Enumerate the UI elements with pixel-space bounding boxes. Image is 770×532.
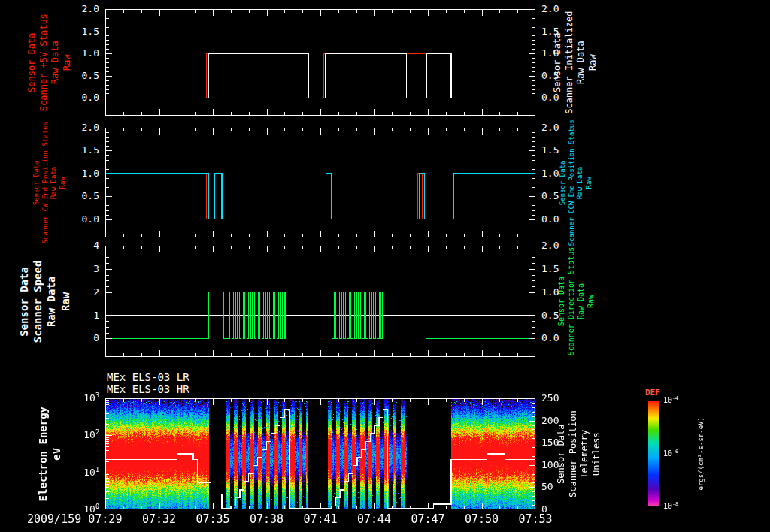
ytick-label: 0.0 (541, 92, 588, 103)
ytick-label: 50 (541, 481, 588, 492)
ytick-label: 2.0 (541, 122, 588, 133)
ytick-label: 150 (541, 437, 588, 448)
ytick-label: 2.0 (53, 3, 99, 14)
xtick-label: 07:53 (509, 512, 562, 526)
ytick-label: 250 (541, 392, 588, 404)
panel-els-spectrogram (105, 398, 535, 509)
ytick-label: 1.5 (53, 26, 99, 37)
tplot-window: Sensor Data Scanner +5V Status Raw Data … (0, 0, 770, 532)
xtick-label: 07:35 (186, 512, 239, 526)
xtick-label: 07:38 (241, 512, 293, 526)
ytick-label: 2.0 (541, 240, 588, 251)
ytick-label: 1.5 (541, 144, 588, 156)
ytick-label: 0.5 (541, 190, 588, 201)
xtick-label: 2009/159 07:29 (27, 512, 122, 526)
ytick-label: 0 (53, 332, 99, 343)
ytick-label: 0.5 (541, 70, 588, 81)
scanner-cw-end-position-raw (105, 174, 535, 219)
plot-overlay (105, 246, 535, 357)
ytick-label: 200 (541, 415, 588, 426)
ytick-label: 0.0 (53, 92, 99, 103)
ylabel-electron-energy-text: Electron Energy eV (36, 407, 63, 501)
ytick-label: 1.0 (541, 286, 588, 298)
ytick-label: 1.5 (541, 26, 588, 37)
plot-border (106, 128, 535, 237)
panel-scanner-end-position-status (105, 128, 535, 237)
scanner-initialized-raw (105, 53, 535, 98)
scanner-position-telemetry (105, 410, 535, 509)
ytick-label: 1.0 (53, 47, 99, 59)
panel-scanner-5v-status (105, 9, 535, 116)
ytick-label: 3 (53, 263, 99, 274)
ytick-label: 100 (541, 459, 588, 470)
colorbar-title: DEF (645, 388, 660, 397)
spectrogram-titles: MEx ELS-03 LR MEx ELS-03 HR (107, 371, 189, 395)
ytick-label: 0.0 (541, 332, 588, 343)
plot-overlay (105, 128, 535, 237)
xtick-label: 07:32 (133, 512, 186, 526)
colorbar-unit-label: ergs/(cm²-s-sr-eV) (689, 399, 714, 508)
plot-border (106, 399, 535, 509)
ytick-label: 2 (53, 286, 99, 298)
ylabel-scanner-cw-end-position-text: Sensor Data Scanner CW End Position Stat… (32, 122, 68, 244)
colorbar-tick-label: 10-4 (663, 395, 678, 404)
title-els-lr: MEx ELS-03 LR (107, 371, 189, 383)
scanner-5v-status-raw (105, 53, 535, 98)
ytick-label: 0.5 (53, 70, 99, 81)
colorbar-unit-label-text: ergs/(cm²-s-sr-eV) (697, 417, 706, 491)
ytick-label: 103 (53, 391, 99, 404)
ytick-label: 0.0 (53, 213, 99, 225)
title-els-hr: MEx ELS-03 HR (107, 383, 189, 395)
ytick-label: 1.0 (541, 47, 588, 59)
ytick-label: 0.5 (53, 190, 99, 201)
ylabel-electron-energy: Electron Energy eV (20, 398, 80, 509)
plot-border (106, 10, 535, 116)
ytick-label: 4 (53, 240, 99, 251)
ytick-label: 1 (53, 310, 99, 321)
ytick-label: 102 (53, 428, 99, 440)
ytick-label: 1.0 (541, 168, 588, 179)
panel-scanner-speed (105, 246, 535, 357)
ytick-label: 0.5 (541, 310, 588, 321)
xtick-label: 07:44 (348, 512, 401, 526)
xtick-label: 07:41 (294, 512, 347, 526)
ytick-label: 0.0 (541, 213, 588, 225)
colorbar (648, 401, 659, 506)
ytick-label: 1.0 (53, 168, 99, 179)
xtick-label: 07:47 (402, 512, 454, 526)
ytick-label: 2.0 (541, 3, 588, 14)
ytick-label: 1.5 (53, 144, 99, 156)
ylabel-scanner-ccw-end-position-text: Sensor Data Scanner CCW End Position Sta… (559, 119, 594, 246)
plot-overlay (105, 9, 535, 116)
colorbar-tick-label: 10-8 (663, 501, 678, 510)
colorbar-tick-label: 10-6 (663, 449, 678, 458)
xtick-label: 07:50 (456, 512, 508, 526)
ytick-label: 101 (53, 466, 99, 478)
plot-overlay (105, 398, 535, 509)
scanner-ccw-end-position-raw (105, 174, 535, 219)
ytick-label: 1.5 (541, 263, 588, 274)
plot-border (106, 246, 535, 357)
ytick-label: 2.0 (53, 122, 99, 133)
